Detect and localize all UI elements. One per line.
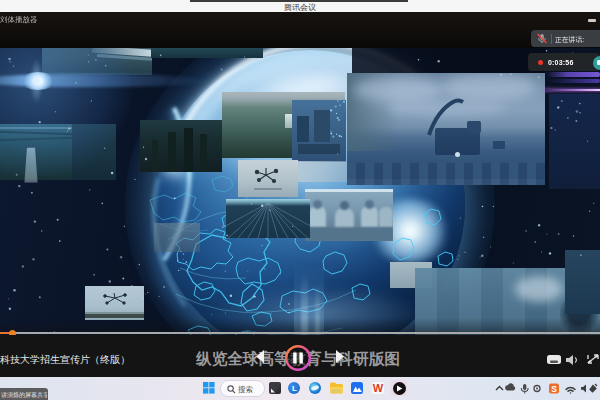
svg-text:S: S	[551, 384, 557, 394]
